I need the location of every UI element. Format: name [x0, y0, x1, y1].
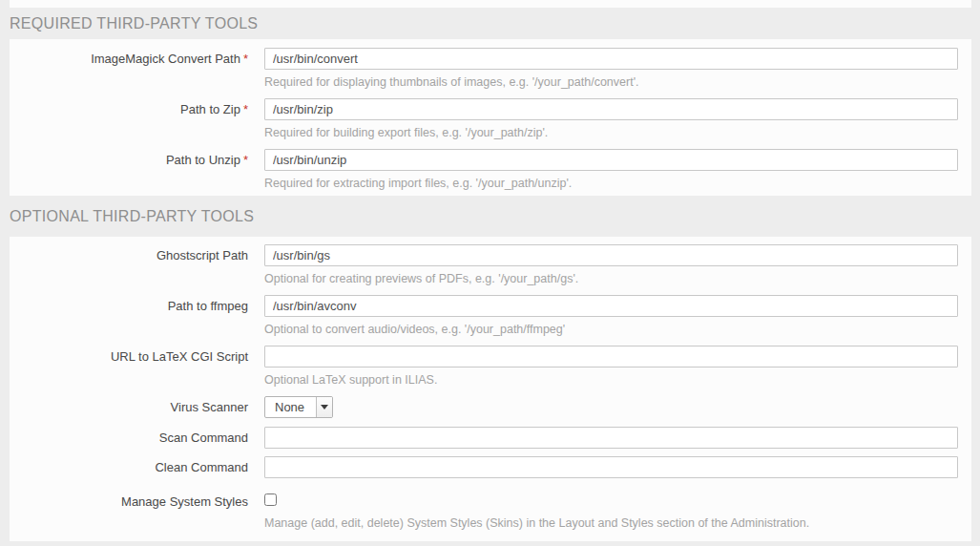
form-row-virus-scanner: Virus Scanner None: [10, 396, 971, 418]
field-help-text: Required for extracting import files, e.…: [264, 176, 958, 191]
field-label-text: Path to ffmpeg: [168, 299, 248, 313]
field-label-text: Path to Zip: [180, 102, 240, 116]
field-control: Optional for creating previews of PDFs, …: [264, 244, 971, 286]
field-control: Manage (add, edit, delete) System Styles…: [264, 491, 971, 531]
required-asterisk: *: [243, 52, 248, 66]
field-control: Required for building export files, e.g.…: [264, 98, 971, 140]
manage-system-styles-checkbox[interactable]: [264, 494, 277, 506]
field-help-text: Required for building export files, e.g.…: [264, 125, 958, 140]
field-label: Path to ffmpeg: [10, 295, 264, 314]
field-help-text: Manage (add, edit, delete) System Styles…: [264, 515, 958, 531]
field-label: Ghostscript Path: [10, 244, 264, 263]
form-row-path-to-ffmpeg: Path to ffmpeg Optional to convert audio…: [10, 295, 971, 337]
field-control: Optional to convert audio/videos, e.g. '…: [264, 295, 971, 337]
field-label-text: ImageMagick Convert Path: [91, 52, 240, 66]
section-title-optional-tools: OPTIONAL THIRD-PARTY TOOLS: [0, 196, 980, 237]
path-to-ffmpeg-input[interactable]: [264, 295, 958, 317]
virus-scanner-selected-value: None: [265, 397, 316, 417]
previous-panel-bottom-strip: [10, 0, 971, 8]
path-to-zip-input[interactable]: [264, 98, 958, 120]
required-asterisk: *: [243, 153, 248, 167]
form-row-scan-command: Scan Command: [10, 427, 971, 449]
field-control: [264, 456, 971, 478]
field-control: [264, 427, 971, 449]
field-label-text: Clean Command: [155, 460, 248, 474]
form-row-imagemagick-convert-path: ImageMagick Convert Path* Required for d…: [10, 48, 971, 90]
field-label: Clean Command: [10, 456, 264, 475]
required-asterisk: *: [243, 102, 248, 116]
field-label: ImageMagick Convert Path*: [10, 48, 264, 67]
field-control: Optional LaTeX support in ILIAS.: [264, 346, 971, 388]
field-label-text: URL to LaTeX CGI Script: [111, 349, 248, 364]
form-row-manage-system-styles: Manage System Styles Manage (add, edit, …: [10, 491, 971, 531]
field-label: URL to LaTeX CGI Script: [10, 346, 264, 365]
field-help-text: Optional to convert audio/videos, e.g. '…: [264, 322, 958, 337]
field-label: Path to Zip*: [10, 98, 264, 117]
form-row-clean-command: Clean Command: [10, 456, 971, 478]
optional-tools-panel: Ghostscript Path Optional for creating p…: [10, 237, 971, 541]
clean-command-input[interactable]: [264, 456, 958, 478]
form-row-ghostscript-path: Ghostscript Path Optional for creating p…: [10, 244, 971, 286]
required-tools-panel: ImageMagick Convert Path* Required for d…: [10, 39, 971, 196]
imagemagick-convert-path-input[interactable]: [264, 48, 958, 70]
field-help-text: Required for displaying thumbnails of im…: [264, 74, 958, 90]
section-title-required-tools: REQUIRED THIRD-PARTY TOOLS: [0, 8, 980, 39]
section-title-text: REQUIRED THIRD-PARTY TOOLS: [10, 15, 258, 32]
path-to-unzip-input[interactable]: [264, 149, 958, 171]
field-label-text: Scan Command: [159, 430, 248, 445]
form-row-latex-cgi-url: URL to LaTeX CGI Script Optional LaTeX s…: [10, 346, 971, 388]
field-help-text: Optional LaTeX support in ILIAS.: [264, 372, 958, 388]
form-row-path-to-unzip: Path to Unzip* Required for extracting i…: [10, 149, 971, 191]
latex-cgi-url-input[interactable]: [264, 346, 958, 368]
field-label: Path to Unzip*: [10, 149, 264, 168]
field-control: Required for displaying thumbnails of im…: [264, 48, 971, 90]
field-label: Virus Scanner: [10, 396, 264, 415]
field-label-text: Manage System Styles: [121, 494, 248, 509]
field-help-text: Optional for creating previews of PDFs, …: [264, 271, 958, 286]
scan-command-input[interactable]: [264, 427, 958, 449]
field-control: None: [264, 396, 971, 418]
field-label: Scan Command: [10, 427, 264, 446]
section-title-text: OPTIONAL THIRD-PARTY TOOLS: [10, 208, 254, 225]
field-label-text: Path to Unzip: [166, 153, 240, 167]
virus-scanner-select[interactable]: None: [264, 396, 333, 418]
field-control: Required for extracting import files, e.…: [264, 149, 971, 191]
ghostscript-path-input[interactable]: [264, 244, 958, 266]
field-label: Manage System Styles: [10, 491, 264, 510]
chevron-down-icon[interactable]: [316, 397, 332, 417]
field-label-text: Virus Scanner: [171, 400, 248, 414]
field-label-text: Ghostscript Path: [156, 248, 248, 262]
form-row-path-to-zip: Path to Zip* Required for building expor…: [10, 98, 971, 140]
